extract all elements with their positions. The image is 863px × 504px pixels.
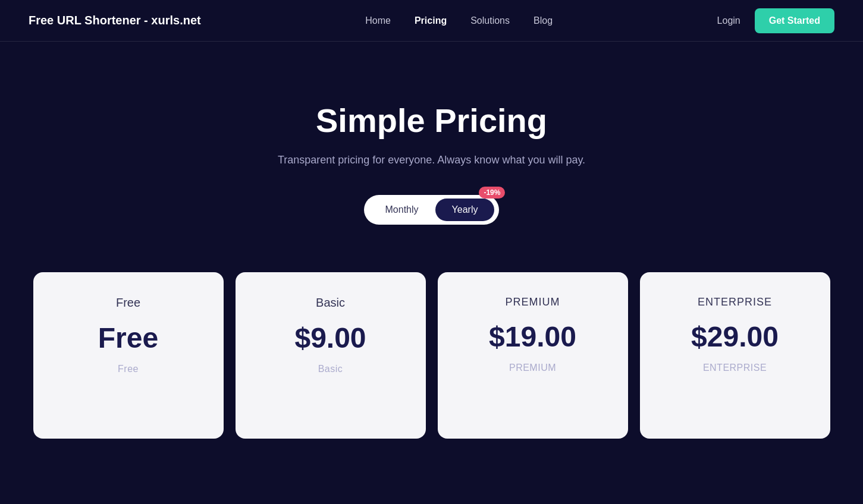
plan-card-premium: PREMIUM $19.00 PREMIUM	[438, 272, 628, 439]
pricing-cards: Free Free Free Basic $9.00 Basic PREMIUM…	[0, 272, 863, 439]
monthly-toggle[interactable]: Monthly	[369, 199, 435, 221]
discount-badge: -19%	[479, 187, 505, 199]
plan-card-basic: Basic $9.00 Basic	[236, 272, 426, 439]
logo: Free URL Shortener - xurls.net	[29, 14, 201, 27]
yearly-toggle[interactable]: Yearly	[435, 199, 495, 221]
plan-name-free: Free	[55, 296, 202, 310]
plan-price-free: Free	[55, 322, 202, 354]
nav-home[interactable]: Home	[365, 15, 391, 26]
plan-name-basic: Basic	[257, 296, 404, 310]
plan-name-enterprise: ENTERPRISE	[661, 296, 809, 308]
plan-price-enterprise: $29.00	[661, 320, 809, 353]
nav-blog[interactable]: Blog	[534, 15, 553, 26]
nav-solutions[interactable]: Solutions	[470, 15, 510, 26]
plan-label-enterprise: ENTERPRISE	[661, 363, 809, 373]
plan-card-enterprise: ENTERPRISE $29.00 ENTERPRISE	[640, 272, 830, 439]
header: Free URL Shortener - xurls.net Home Pric…	[0, 0, 863, 42]
billing-toggle: Monthly Yearly	[364, 195, 500, 225]
get-started-button[interactable]: Get Started	[755, 8, 834, 33]
billing-toggle-wrapper: Monthly Yearly -19%	[364, 195, 500, 225]
plan-name-premium: PREMIUM	[459, 296, 607, 308]
main-nav: Home Pricing Solutions Blog	[365, 15, 553, 26]
login-button[interactable]: Login	[717, 15, 740, 26]
header-actions: Login Get Started	[717, 8, 834, 33]
plan-label-premium: PREMIUM	[459, 363, 607, 373]
hero-subtitle: Transparent pricing for everyone. Always…	[12, 154, 851, 166]
plan-price-premium: $19.00	[459, 320, 607, 353]
hero-title: Simple Pricing	[12, 101, 851, 140]
hero-section: Simple Pricing Transparent pricing for e…	[0, 42, 863, 260]
nav-pricing[interactable]: Pricing	[415, 15, 447, 26]
plan-label-free: Free	[55, 364, 202, 374]
plan-label-basic: Basic	[257, 364, 404, 374]
plan-card-free: Free Free Free	[33, 272, 224, 439]
plan-price-basic: $9.00	[257, 322, 404, 354]
